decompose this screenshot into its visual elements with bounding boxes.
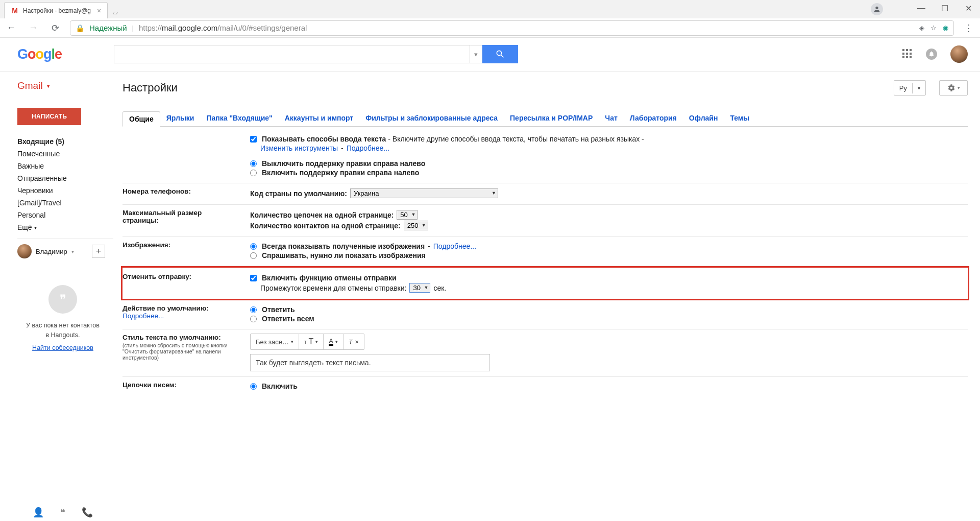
phone-label: Номера телефонов: [122, 187, 250, 199]
default-action-more-link[interactable]: Подробнее... [122, 312, 164, 320]
undo-interval-label: Промежуток времени для отмены отправки: [260, 284, 406, 292]
images-ask-label: Спрашивать, нужно ли показать изображени… [262, 251, 426, 259]
sidebar-item[interactable]: Черновики [17, 184, 113, 197]
caret-down-icon: ▾ [958, 85, 960, 90]
sidebar-more[interactable]: Ещё ▾ [17, 221, 113, 233]
gmail-brand[interactable]: Gmail ▼ [17, 80, 113, 91]
notifications-icon[interactable] [926, 49, 937, 60]
apps-grid-icon[interactable] [902, 49, 913, 59]
reply-all-label: Ответить всем [262, 315, 314, 323]
gmail-favicon: M [11, 7, 19, 15]
input-language-button[interactable]: Ру ▾ [894, 80, 926, 96]
default-action-label: Действие по умолчанию: [122, 304, 245, 312]
input-methods-checkbox[interactable] [250, 136, 257, 143]
rtl-on-label: Включить поддержку правки справа налево [262, 169, 419, 177]
settings-gear-button[interactable]: ▾ [939, 80, 968, 96]
threads-on-radio[interactable] [250, 383, 257, 390]
threads-per-page-select[interactable]: 50 [397, 210, 418, 220]
sep: - [341, 144, 344, 152]
threads-on-label: Включить [262, 382, 298, 390]
gmail-brand-label: Gmail [17, 80, 43, 91]
settings-tab[interactable]: Папка "Входящие" [200, 111, 278, 126]
undo-interval-select[interactable]: 30 [409, 283, 430, 293]
sidebar-item[interactable]: Помеченные [17, 148, 113, 160]
settings-tab[interactable]: Пересылка и POP/IMAP [504, 111, 599, 126]
sidebar-item[interactable]: [Gmail]/Travel [17, 197, 113, 209]
edit-tools-link[interactable]: Изменить инструменты [260, 144, 338, 152]
nav-reload-icon[interactable]: ⟳ [48, 21, 62, 35]
url-host: mail.google.com [162, 23, 217, 32]
settings-tab[interactable]: Общие [122, 111, 160, 127]
search-button[interactable] [482, 45, 518, 63]
contacts-per-page-select[interactable]: 250 [404, 221, 428, 230]
input-methods-label: Показывать способы ввода текста [262, 135, 386, 143]
hangouts-icon: ❞ [48, 285, 77, 314]
sidebar-item[interactable]: Отправленные [17, 172, 113, 184]
sidebar-item[interactable]: Personal [17, 209, 113, 221]
images-more-link[interactable]: Подробнее... [433, 242, 476, 250]
text-style-toolbar: Без засе… ▾ тT ▾ A ▾ T✕ [250, 334, 364, 350]
new-tab-button[interactable]: ▱ [108, 7, 123, 18]
settings-tab[interactable]: Фильтры и заблокированные адреса [359, 111, 504, 126]
hangouts-contacts-icon[interactable]: 👤 [33, 507, 44, 518]
sidebar-item[interactable]: Входящие (5) [17, 135, 113, 148]
search-dropdown-icon[interactable]: ▾ [470, 45, 482, 63]
settings-tab[interactable]: Аккаунты и импорт [279, 111, 360, 126]
settings-tab[interactable]: Офлайн [683, 111, 724, 126]
reply-all-radio[interactable] [250, 316, 257, 322]
page-title: Настройки [122, 81, 178, 94]
settings-tab[interactable]: Ярлыки [160, 111, 201, 126]
threads-label: Цепочки писем: [122, 381, 250, 391]
lock-icon: 🔒 [76, 24, 84, 32]
window-maximize-icon[interactable]: ☐ [933, 0, 957, 16]
font-family-button[interactable]: Без засе… ▾ [251, 334, 299, 349]
textstyle-sub: (стиль можно сбросить с помощью кнопки "… [122, 342, 245, 361]
reply-radio[interactable] [250, 306, 257, 313]
browser-tab[interactable]: M Настройки - bezmaly@g × [4, 2, 108, 18]
hangouts-phone-icon[interactable]: 📞 [82, 507, 93, 518]
caret-down-icon: ▾ [912, 83, 925, 93]
address-bar[interactable]: 🔒 Надежный | https://mail.google.com/mai… [70, 20, 954, 36]
omnibox-eye-icon[interactable]: ◈ [919, 24, 924, 32]
images-ask-radio[interactable] [250, 252, 257, 259]
sidebar-more-label: Ещё [17, 223, 32, 231]
rtl-off-radio[interactable] [250, 160, 257, 167]
profile-name[interactable]: Владимир [36, 248, 67, 255]
font-size-button[interactable]: тT ▾ [299, 334, 323, 349]
chrome-account-icon[interactable] [871, 3, 883, 15]
images-always-radio[interactable] [250, 243, 257, 250]
settings-tab[interactable]: Лаборатория [624, 111, 683, 126]
country-code-select[interactable]: Украина [350, 188, 498, 198]
input-methods-more-link[interactable]: Подробнее... [347, 144, 389, 152]
omnibox-star-icon[interactable]: ☆ [930, 24, 937, 32]
window-minimize-icon[interactable]: — [910, 0, 933, 16]
rtl-on-radio[interactable] [250, 170, 257, 176]
nav-back-icon[interactable]: ← [4, 21, 18, 35]
user-avatar[interactable] [950, 45, 968, 63]
font-color-button[interactable]: A ▾ [323, 334, 343, 349]
add-contact-button[interactable]: + [92, 245, 105, 258]
window-close-icon[interactable]: ✕ [957, 0, 980, 16]
hangouts-chat-icon[interactable]: ❝ [60, 507, 65, 518]
tab-close-icon[interactable]: × [97, 7, 101, 15]
input-methods-desc: - Включите другие способы ввода текста, … [386, 135, 644, 143]
tab-title: Настройки - bezmaly@g [23, 7, 91, 14]
hangouts-find-link[interactable]: Найти собеседников [32, 343, 93, 353]
images-always-label: Всегда показывать полученные изображения [262, 242, 425, 250]
undo-send-checkbox[interactable] [250, 275, 257, 281]
search-input[interactable] [114, 45, 470, 63]
omnibox-ext-icon[interactable]: ◉ [943, 24, 948, 32]
undo-send-highlight: Отменить отправку: Включить функцию отме… [121, 266, 969, 300]
pagesize-label1: Максимальный размер [122, 209, 245, 217]
url-path: /mail/u/0/#settings/general [217, 23, 307, 32]
browser-menu-icon[interactable]: ⋮ [962, 22, 976, 34]
profile-avatar[interactable] [17, 244, 32, 258]
clear-formatting-button[interactable]: T✕ [343, 334, 364, 349]
compose-button[interactable]: НАПИСАТЬ [17, 108, 81, 125]
caret-down-icon: ▾ [34, 225, 37, 230]
caret-down-icon[interactable]: ▾ [71, 249, 74, 254]
settings-tab[interactable]: Темы [724, 111, 755, 126]
google-logo[interactable]: Google [17, 46, 62, 62]
settings-tab[interactable]: Чат [599, 111, 623, 126]
sidebar-item[interactable]: Важные [17, 160, 113, 172]
